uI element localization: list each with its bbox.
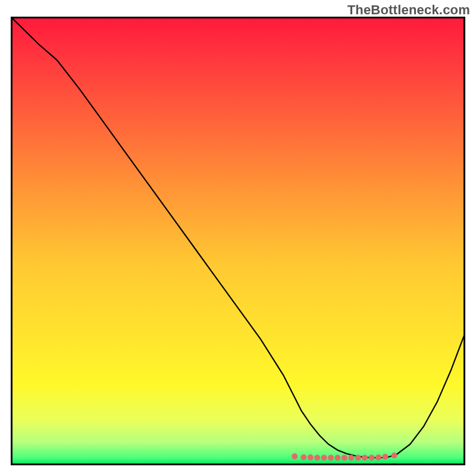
highlight-dot xyxy=(321,455,327,461)
highlight-dot xyxy=(375,455,381,461)
highlight-dot xyxy=(314,455,320,461)
highlight-dot xyxy=(308,455,314,461)
chart-frame xyxy=(11,17,465,465)
highlight-dot xyxy=(348,455,354,461)
highlight-dot xyxy=(342,455,347,461)
highlight-dot xyxy=(300,454,306,460)
highlight-dot xyxy=(292,453,298,459)
highlight-dot xyxy=(369,455,375,461)
highlight-dot xyxy=(382,454,388,460)
watermark-text: TheBottleneck.com xyxy=(347,2,470,18)
highlight-dot xyxy=(355,455,361,461)
highlight-dot xyxy=(392,452,397,458)
highlight-dot xyxy=(362,455,368,461)
highlight-dot xyxy=(328,455,334,461)
chart-container: TheBottleneck.com xyxy=(0,0,476,476)
chart-background xyxy=(12,18,465,465)
highlight-dot xyxy=(334,455,340,461)
chart-svg xyxy=(11,17,465,465)
